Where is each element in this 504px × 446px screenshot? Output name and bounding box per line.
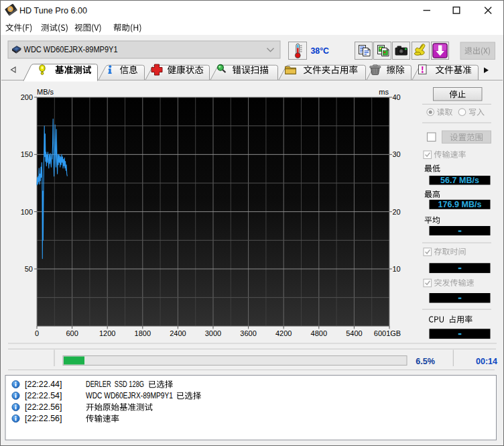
svg-text:1200: 1200 [99,329,115,337]
svg-text:38°C: 38°C [311,46,330,56]
svg-text:100: 100 [21,208,33,216]
svg-text:6.5%: 6.5% [416,357,435,366]
svg-text:2400: 2400 [170,329,186,337]
svg-text:[22:22.44]: [22:22.44] [25,380,62,389]
svg-text:1800: 1800 [135,329,151,337]
svg-text:MB/s: MB/s [37,88,54,96]
svg-text:30: 30 [393,150,401,158]
svg-text:5400: 5400 [346,329,362,337]
svg-text:150: 150 [21,150,33,158]
svg-text:40: 40 [393,93,401,101]
svg-text:4800: 4800 [311,329,327,337]
svg-text:[22:22.54]: [22:22.54] [25,391,62,400]
svg-text:HD Tune Pro 6.00: HD Tune Pro 6.00 [19,5,87,15]
svg-text:56.7 MB/s: 56.7 MB/s [440,176,479,185]
svg-text:[22:22.56]: [22:22.56] [25,402,62,412]
svg-text:3600: 3600 [240,329,256,337]
svg-text:DERLER SSD 128G: DERLER SSD 128G [86,380,144,389]
svg-text:WDC WD60EJRX-89MP9Y1: WDC WD60EJRX-89MP9Y1 [24,45,118,54]
svg-text:WDC WD60EJRX-89MP9Y1: WDC WD60EJRX-89MP9Y1 [86,391,173,400]
svg-text:176.9 MB/s: 176.9 MB/s [438,200,481,209]
svg-text:0: 0 [35,329,39,337]
svg-text:20: 20 [393,208,401,216]
svg-text:ms: ms [379,88,389,96]
svg-text:50: 50 [25,265,33,273]
svg-text:[22:22.56]: [22:22.56] [25,414,62,423]
svg-text:10: 10 [393,265,401,273]
svg-text:600: 600 [66,329,78,337]
svg-text:200: 200 [21,93,33,101]
svg-text:6001GB: 6001GB [374,329,401,337]
svg-text:00:14: 00:14 [476,357,497,366]
svg-text:3000: 3000 [205,329,221,337]
svg-text:4200: 4200 [275,329,292,337]
